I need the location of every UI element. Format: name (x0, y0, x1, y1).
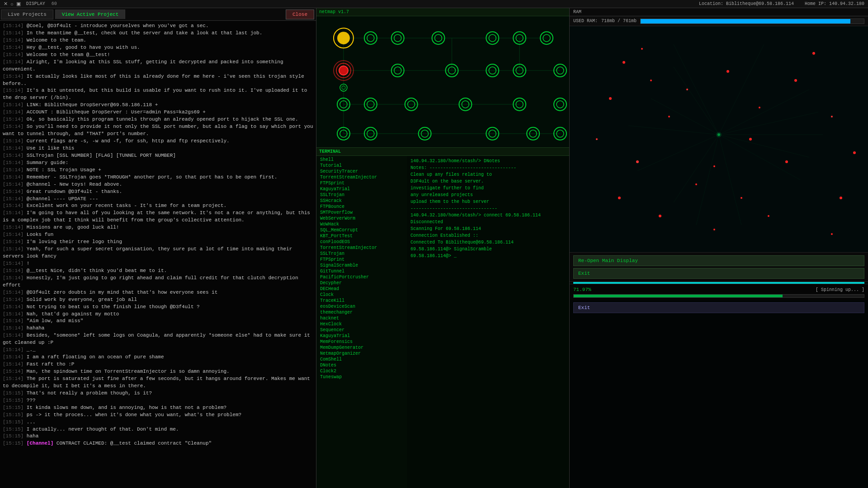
terminal-list-item[interactable]: TorrentStreamInjector (316, 245, 407, 251)
chat-message: [15:14] So you'll need to provide it not… (3, 123, 313, 138)
terminal-list-item[interactable]: FTPBounce (316, 204, 407, 210)
terminal-list-item[interactable]: SSLTrojan (316, 192, 407, 198)
terminal-list-item[interactable]: eosDeviceScan (316, 304, 407, 310)
close-icon[interactable]: ✕ (4, 1, 8, 7)
chat-message: [15:14] Remember - SSLTrojan goes *THROU… (3, 174, 313, 181)
terminal-list-item[interactable]: FTPSprint (316, 180, 407, 186)
terminal-list[interactable]: ShellTutorialSecurityTracerTorrentStream… (316, 156, 407, 488)
home-ip-label: Home IP: 140.94.32.180 (805, 1, 864, 6)
left-panel: Live Projects View Active Project Close … (0, 8, 316, 488)
chat-message: [15:14] In the meantime @__test, check o… (3, 30, 313, 37)
terminal-output: 140.94.32.180/home/stash/> DNotesNotes: … (407, 156, 569, 488)
terminal-output-line: Notes: -------------------------------- (410, 164, 566, 171)
tab-bar: Live Projects View Active Project Close (0, 8, 316, 21)
terminal-list-item[interactable]: Tuneswap (316, 374, 407, 380)
terminal-list-item[interactable]: Clock2 (316, 368, 407, 374)
ram-used-label: USED RAM: (573, 19, 598, 23)
chat-message: [15:14] LINK: Biblitheque DropServer@69.… (3, 102, 313, 109)
chat-message: [15:14] @channel - New toys! Read above. (3, 181, 313, 188)
reopen-main-display-button[interactable]: Re-Open Main Display (573, 255, 864, 266)
chat-message: [15:14] Alright, I'm looking at this SSL… (3, 59, 313, 73)
terminal-list-item[interactable]: MemDumpGenerator (316, 345, 407, 351)
terminal-list-item[interactable]: SecurityTracer (316, 169, 407, 174)
svg-point-118 (618, 197, 621, 199)
exit-button-2[interactable]: Exit (573, 302, 864, 313)
terminal-list-item[interactable]: Shell (316, 157, 407, 163)
ram-used-value: 718mb / 761mb (601, 19, 637, 23)
terminal-list-item[interactable]: ComShell (316, 357, 407, 362)
terminal-list-item[interactable]: SSHcrack (316, 198, 407, 204)
maximize-icon[interactable]: ▣ (16, 1, 21, 7)
tab-view-active-project[interactable]: View Active Project (55, 9, 125, 19)
terminal-list-item[interactable]: DECHead (316, 286, 407, 292)
tab-live-projects[interactable]: Live Projects (1, 9, 53, 19)
terminal-list-item[interactable]: WoWHack (316, 221, 407, 227)
svg-point-113 (641, 48, 643, 50)
terminal-list-item[interactable]: DNotes (316, 362, 407, 368)
terminal-list-item[interactable]: WebServerWorm (316, 216, 407, 221)
terminal-output-line: 69.58.186.114@> SignalScramble (410, 246, 566, 253)
svg-point-119 (831, 233, 833, 235)
ram-title: RAM (573, 9, 581, 14)
terminal-list-item[interactable]: Clock (316, 292, 407, 298)
terminal-output-line: Clean up any files relating to (410, 171, 566, 178)
terminal-list-item[interactable]: TraceKill (316, 298, 407, 304)
terminal-title: TERMINAL (319, 149, 341, 154)
chat-message: [15:15] That's not really a problem thou… (3, 390, 313, 397)
svg-point-98 (668, 116, 670, 117)
svg-point-100 (695, 183, 697, 185)
process-count: 60 (52, 1, 57, 6)
chat-message: [15:14] @D3f4ult zero doubts in my mind … (3, 289, 313, 296)
svg-point-106 (741, 197, 742, 199)
terminal-list-item[interactable]: Tutorial (316, 163, 407, 169)
terminal-list-item[interactable]: NetmapOrganizer (316, 351, 407, 357)
svg-point-109 (840, 197, 842, 199)
terminal-list-item[interactable]: conFloodEOS (316, 239, 407, 245)
terminal-list-item[interactable]: Sequencer (316, 327, 407, 333)
terminal-list-item[interactable]: SQL_MemCorrupt (316, 227, 407, 233)
terminal-output-line: investigate further to find (410, 185, 566, 192)
terminal-list-item[interactable]: KBT_PortTest (316, 233, 407, 239)
terminal-output-line: Scanning For 69.58.186.114 (410, 225, 566, 232)
terminal-list-item[interactable]: Decypher (316, 280, 407, 286)
tab-close-button[interactable]: Close (286, 9, 314, 19)
terminal-list-item[interactable]: KaguyaTrial (316, 186, 407, 192)
svg-point-108 (713, 229, 715, 230)
app-name-label: DISPLAY (26, 1, 45, 6)
chat-area[interactable]: [15:14] @Coel, @D3f4ult - introduce your… (0, 21, 316, 488)
chat-message: [15:14] @Coel, @D3f4ult - introduce your… (3, 23, 313, 30)
terminal-list-item[interactable]: hacknet (316, 315, 407, 321)
terminal-list-item[interactable]: themechanger (316, 310, 407, 315)
chat-message: [15:14] "Aim low, and miss" (3, 318, 313, 325)
terminal-list-item[interactable]: HexClock (316, 321, 407, 327)
svg-point-121 (717, 133, 720, 136)
terminal-output-line: Connected To Biblitheque@69.58.186.114 (410, 239, 566, 246)
chat-message: [15:14] Fast raft tho :P (3, 361, 313, 368)
chat-message: [15:14] Welcome to the team. (3, 37, 313, 44)
svg-point-96 (650, 80, 652, 81)
terminal-list-item[interactable]: GitTunnel (316, 268, 407, 274)
terminal-list-item[interactable]: MemForensics (316, 339, 407, 345)
spinning-section: 71.97% [ Spinning up... ] (570, 284, 868, 300)
terminal-output-line: any unreleased projects (410, 192, 566, 198)
terminal-list-item[interactable]: SSLTrojan (316, 251, 407, 257)
chat-message: [15:14] It actually looks like most of t… (3, 73, 313, 88)
terminal-list-item[interactable]: TorrentStreamInjector (316, 174, 407, 180)
terminal-list-item[interactable]: SignalScramble (316, 263, 407, 268)
svg-point-111 (853, 151, 856, 154)
ram-bar-section: USED RAM: 718mb / 761mb (570, 16, 868, 26)
svg-point-110 (596, 138, 598, 140)
terminal-list-item[interactable]: PacificPortcrusher (316, 274, 407, 280)
ram-header: RAM (570, 8, 868, 16)
exit-button-1[interactable]: Exit (573, 268, 864, 279)
chat-message: [15:14] @__test Nice, didn't think you'd… (3, 267, 313, 275)
svg-point-103 (794, 79, 797, 82)
terminal-list-item[interactable]: SMTPoverflow (316, 210, 407, 216)
terminal-list-item[interactable]: KaguyaTrial (316, 333, 407, 339)
netmap-canvas (316, 16, 569, 147)
terminal-list-item[interactable]: FTPSprint (316, 257, 407, 263)
minimize-icon[interactable]: ○ (10, 1, 14, 7)
spin-bar (573, 294, 864, 298)
spin-percent: 71.97% (573, 287, 591, 292)
chat-message: [15:14] SSLTrojan [SSL NUMBER] [FLAG] [T… (3, 152, 313, 160)
